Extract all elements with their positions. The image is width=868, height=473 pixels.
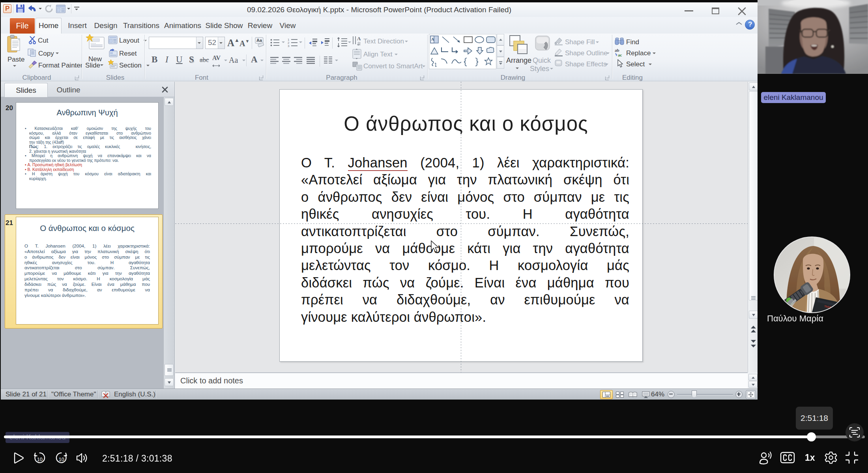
svg-text:3: 3	[288, 44, 290, 47]
svg-text:10: 10	[37, 457, 43, 462]
svg-text:ac: ac	[618, 53, 622, 57]
svg-text:Aa: Aa	[256, 38, 262, 43]
svg-text:10: 10	[59, 457, 64, 462]
svg-text:A: A	[431, 37, 434, 41]
svg-text:ab: ab	[615, 48, 619, 53]
svg-text:A: A	[357, 36, 361, 41]
